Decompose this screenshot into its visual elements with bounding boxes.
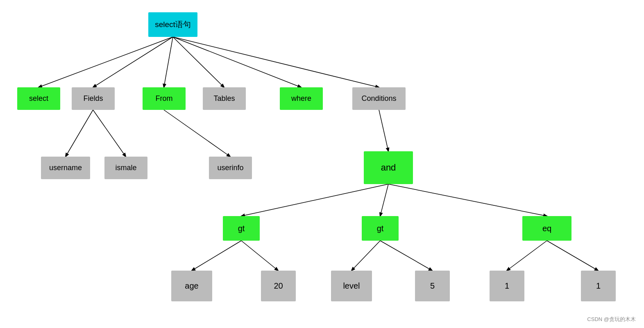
node-username: username — [41, 157, 90, 179]
node-conditions: Conditions — [352, 87, 406, 110]
svg-line-5 — [173, 37, 379, 87]
svg-line-7 — [93, 110, 126, 157]
username-label: username — [49, 164, 82, 172]
svg-line-1 — [93, 37, 173, 87]
svg-line-12 — [388, 184, 547, 216]
svg-line-13 — [192, 241, 241, 271]
node-from: From — [143, 87, 186, 110]
conditions-label: Conditions — [361, 94, 396, 103]
svg-line-14 — [241, 241, 278, 271]
fields-label: Fields — [83, 94, 103, 103]
svg-line-11 — [380, 184, 388, 216]
node-where: where — [280, 87, 323, 110]
node-ismale: ismale — [104, 157, 147, 179]
svg-line-16 — [380, 241, 432, 271]
node-gt1: gt — [223, 216, 260, 241]
node-eq: eq — [522, 216, 571, 241]
userinfo-label: userinfo — [217, 164, 243, 172]
node-gt2: gt — [362, 216, 399, 241]
svg-line-10 — [241, 184, 388, 216]
gt2-label: gt — [377, 224, 384, 233]
node-twenty: 20 — [261, 271, 296, 301]
svg-line-9 — [379, 110, 388, 151]
watermark-text: CSDN @贪玩的木木 — [587, 316, 636, 322]
node-tables: Tables — [203, 87, 246, 110]
eq-label: eq — [542, 224, 551, 233]
select-label: select — [29, 94, 48, 103]
twenty-label: 20 — [274, 281, 283, 291]
svg-line-6 — [66, 110, 93, 157]
svg-line-18 — [547, 241, 598, 271]
five-label: 5 — [430, 281, 435, 291]
node-and: and — [364, 151, 413, 184]
node-fields: Fields — [72, 87, 115, 110]
gt1-label: gt — [238, 224, 245, 233]
node-age: age — [171, 271, 212, 301]
tables-label: Tables — [213, 94, 235, 103]
watermark: CSDN @贪玩的木木 — [587, 316, 636, 323]
node-one1: 1 — [490, 271, 524, 301]
age-label: age — [185, 281, 198, 291]
node-level: level — [331, 271, 372, 301]
node-five: 5 — [415, 271, 450, 301]
node-root: select语句 — [148, 12, 197, 37]
node-userinfo: userinfo — [209, 157, 252, 179]
one1-label: 1 — [505, 281, 509, 291]
and-label: and — [381, 162, 396, 173]
svg-line-17 — [507, 241, 547, 271]
node-one2: 1 — [581, 271, 616, 301]
node-select: select — [17, 87, 60, 110]
svg-line-4 — [173, 37, 301, 87]
svg-line-0 — [39, 37, 173, 87]
where-label: where — [291, 94, 311, 103]
level-label: level — [343, 281, 360, 291]
one2-label: 1 — [596, 281, 601, 291]
root-label: select语句 — [155, 19, 191, 30]
svg-line-3 — [173, 37, 224, 87]
from-label: From — [156, 94, 173, 103]
ismale-label: ismale — [115, 164, 136, 172]
svg-line-15 — [351, 241, 380, 271]
svg-line-8 — [164, 110, 230, 157]
svg-line-2 — [164, 37, 173, 87]
